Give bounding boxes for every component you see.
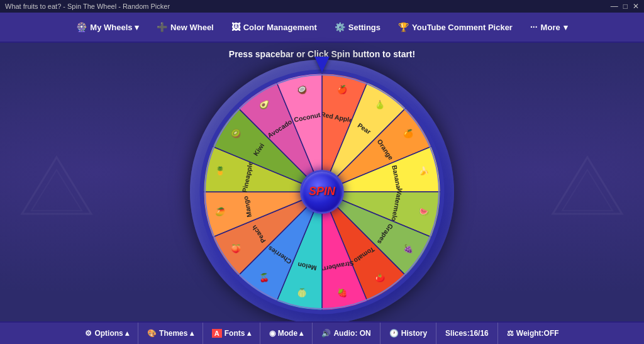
svg-text:🍒: 🍒 bbox=[259, 272, 270, 282]
wheel-pointer bbox=[314, 57, 330, 72]
svg-text:🍍: 🍍 bbox=[215, 165, 226, 176]
fonts-icon: A bbox=[212, 329, 222, 338]
more-icon: ··· bbox=[530, 22, 538, 32]
new-wheel-label: New Wheel bbox=[170, 23, 214, 32]
history-label: History bbox=[401, 329, 427, 338]
mode-label: Mode ▴ bbox=[278, 329, 304, 338]
nav-settings[interactable]: ⚙️ Settings bbox=[327, 17, 388, 37]
nav-color-management[interactable]: 🖼 Color Management bbox=[224, 17, 325, 37]
svg-text:🍊: 🍊 bbox=[403, 128, 414, 138]
svg-marker-0 bbox=[22, 157, 91, 214]
svg-text:🍇: 🍇 bbox=[403, 243, 414, 254]
svg-text:🥥: 🥥 bbox=[297, 84, 308, 94]
svg-text:🍑: 🍑 bbox=[231, 243, 242, 254]
svg-marker-3 bbox=[562, 170, 613, 211]
themes-label: Themes ▴ bbox=[159, 329, 194, 338]
mode-icon: ◉ bbox=[269, 329, 275, 338]
youtube-label: YouTube Comment Picker bbox=[412, 23, 513, 32]
bottom-audio[interactable]: 🔊 Audio: ON bbox=[313, 323, 380, 344]
color-management-icon: 🖼 bbox=[231, 22, 240, 32]
titlebar: What fruits to eat? - Spin The Wheel - R… bbox=[0, 0, 644, 13]
svg-marker-2 bbox=[553, 157, 622, 214]
more-dropdown-icon: ▾ bbox=[564, 23, 568, 32]
audio-icon: 🔊 bbox=[321, 329, 331, 338]
svg-text:🥝: 🥝 bbox=[231, 128, 242, 138]
bottom-history[interactable]: 🕐 History bbox=[380, 323, 436, 344]
new-wheel-icon: ➕ bbox=[157, 22, 167, 32]
my-wheels-label: My Wheels ▾ bbox=[90, 23, 139, 32]
left-decoration bbox=[19, 154, 94, 230]
fonts-label: Fonts ▴ bbox=[225, 329, 251, 338]
audio-label: Audio: ON bbox=[333, 329, 370, 338]
minimize-button[interactable]: — bbox=[611, 2, 618, 11]
svg-text:🥭: 🥭 bbox=[215, 206, 226, 216]
wheel-container: Red Apple🍎Pear🍐Orange🍊Banana🍌Watermelon🍉… bbox=[190, 60, 454, 324]
bottom-weight[interactable]: ⚖ Weight:OFF bbox=[498, 323, 568, 344]
options-icon: ⚙ bbox=[85, 329, 92, 338]
bottom-slices[interactable]: Slices:16/16 bbox=[436, 323, 498, 344]
navbar: 🎡 My Wheels ▾ ➕ New Wheel 🖼 Color Manage… bbox=[0, 13, 644, 43]
window-controls: — □ ✕ bbox=[611, 2, 639, 11]
history-icon: 🕐 bbox=[389, 329, 399, 338]
youtube-icon: 🏆 bbox=[398, 22, 409, 32]
svg-text:🍐: 🍐 bbox=[375, 99, 386, 110]
nav-my-wheels[interactable]: 🎡 My Wheels ▾ bbox=[69, 17, 147, 37]
window-title: What fruits to eat? - Spin The Wheel - R… bbox=[5, 3, 611, 10]
more-label: More bbox=[541, 23, 560, 32]
options-label: Options ▴ bbox=[94, 329, 129, 338]
nav-youtube[interactable]: 🏆 YouTube Comment Picker bbox=[391, 17, 520, 37]
right-decoration bbox=[550, 154, 625, 230]
bottom-options[interactable]: ⚙ Options ▴ bbox=[76, 323, 138, 344]
color-management-label: Color Management bbox=[243, 23, 317, 32]
maximize-button[interactable]: □ bbox=[623, 2, 628, 11]
themes-icon: 🎨 bbox=[147, 329, 157, 338]
my-wheels-icon: 🎡 bbox=[76, 22, 87, 32]
svg-marker-1 bbox=[31, 170, 82, 211]
settings-icon: ⚙️ bbox=[335, 22, 345, 32]
bottom-themes[interactable]: 🎨 Themes ▴ bbox=[138, 323, 203, 344]
close-button[interactable]: ✕ bbox=[633, 2, 639, 11]
bottombar: ⚙ Options ▴ 🎨 Themes ▴ A Fonts ▴ ◉ Mode … bbox=[0, 321, 644, 344]
svg-text:🍈: 🍈 bbox=[297, 287, 308, 298]
svg-text:🍌: 🍌 bbox=[419, 165, 430, 176]
wheel-outer: Red Apple🍎Pear🍐Orange🍊Banana🍌Watermelon🍉… bbox=[190, 60, 454, 324]
slices-label: Slices:16/16 bbox=[445, 329, 489, 338]
svg-text:🍓: 🍓 bbox=[337, 287, 348, 298]
svg-text:🍅: 🍅 bbox=[375, 272, 386, 282]
main-area: Red Apple🍎Pear🍐Orange🍊Banana🍌Watermelon🍉… bbox=[0, 65, 644, 318]
svg-text:🍉: 🍉 bbox=[419, 206, 430, 216]
nav-new-wheel[interactable]: ➕ New Wheel bbox=[149, 17, 221, 37]
bottom-mode[interactable]: ◉ Mode ▴ bbox=[260, 323, 313, 344]
bottom-fonts[interactable]: A Fonts ▴ bbox=[203, 323, 260, 344]
nav-more[interactable]: ··· More ▾ bbox=[523, 17, 575, 37]
weight-label: Weight:OFF bbox=[516, 329, 559, 338]
settings-label: Settings bbox=[348, 23, 380, 32]
svg-text:🥑: 🥑 bbox=[259, 99, 270, 110]
spin-button[interactable]: SPIN bbox=[300, 170, 344, 214]
svg-text:🍎: 🍎 bbox=[337, 84, 348, 94]
weight-icon: ⚖ bbox=[507, 329, 514, 338]
